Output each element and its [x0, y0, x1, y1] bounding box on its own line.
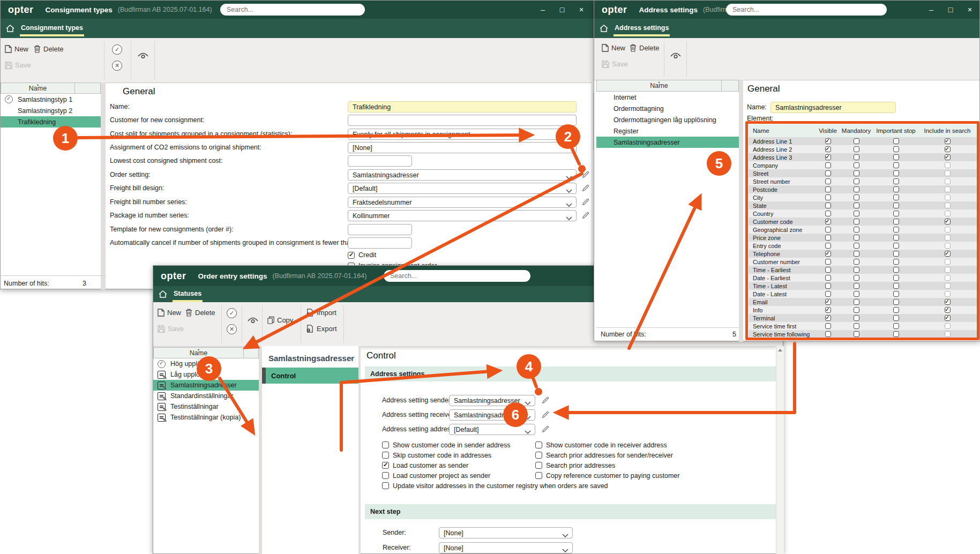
- import-button[interactable]: Import: [306, 309, 336, 317]
- list-item[interactable]: Internet: [596, 92, 739, 103]
- search-input[interactable]: [384, 270, 530, 282]
- tab-address-settings[interactable]: Address settings: [615, 24, 669, 33]
- new-button[interactable]: New: [602, 44, 625, 52]
- minimize-button[interactable]: –: [535, 5, 550, 14]
- new-button[interactable]: New: [158, 309, 181, 317]
- lowest-cost-field[interactable]: [348, 155, 412, 167]
- cancel-icon[interactable]: ✕: [227, 324, 237, 334]
- new-button[interactable]: New: [5, 45, 28, 53]
- home-icon[interactable]: [159, 290, 167, 298]
- edit-pencil-icon[interactable]: [582, 198, 589, 206]
- order-setting-select[interactable]: Samlastningsadresser: [348, 169, 577, 181]
- home-icon[interactable]: [600, 25, 608, 32]
- form-title: General: [123, 86, 155, 97]
- home-icon[interactable]: [6, 25, 14, 32]
- window-controls: – □ ×: [535, 1, 589, 19]
- chevron-down-icon: [566, 187, 572, 194]
- list-item[interactable]: Testinställningar (kopia): [153, 412, 259, 423]
- delete-button[interactable]: Delete: [34, 45, 64, 53]
- checkbox-option[interactable]: Show customer code in receiver address: [535, 440, 679, 450]
- cost-split-field[interactable]: Evenly for all shipments in consignment: [348, 129, 577, 140]
- list-item[interactable]: Register: [596, 125, 739, 137]
- titlebar[interactable]: opter Address settings (Budfirman AB 202…: [594, 1, 979, 19]
- list-item-icon: [158, 371, 166, 379]
- checkbox-option[interactable]: Search prior addresses: [535, 460, 679, 470]
- close-button[interactable]: ×: [962, 5, 977, 14]
- window-title: Address settings: [639, 6, 698, 14]
- address-setting-address-list-select[interactable]: [Default]: [449, 424, 535, 435]
- hits-value: 3: [65, 280, 86, 287]
- list-item[interactable]: Samlastningstyp 2: [1, 105, 101, 116]
- list-header[interactable]: ▲Name: [1, 83, 101, 94]
- titlebar[interactable]: opter Consignment types (Budfirman AB 20…: [1, 1, 599, 19]
- package-id-series-select[interactable]: Kollinummer: [348, 210, 577, 221]
- trash-icon: [34, 45, 41, 53]
- name-field[interactable]: Trafikledning: [348, 101, 577, 113]
- next-step-sender-select[interactable]: [None]: [439, 527, 573, 538]
- checkbox-option[interactable]: Search prior addresses for sender/receiv…: [535, 450, 679, 460]
- eye-icon[interactable]: [670, 52, 681, 62]
- list-item[interactable]: Samlastningstyp 1: [1, 94, 101, 105]
- list-item-icon: [158, 360, 166, 368]
- confirm-icon[interactable]: ✓: [112, 44, 122, 55]
- next-step-receiver-select[interactable]: [None]: [439, 542, 573, 553]
- edit-pencil-icon[interactable]: [582, 171, 589, 178]
- checkbox-option[interactable]: Update visitor addresses in the customer…: [382, 481, 608, 491]
- tab-consignment-types[interactable]: Consignment types: [21, 24, 83, 33]
- search-input[interactable]: [220, 4, 365, 16]
- tab-statuses[interactable]: Statuses: [174, 290, 201, 298]
- confirm-icon[interactable]: ✓: [227, 308, 237, 318]
- section-next-step: Next step: [365, 504, 776, 519]
- edit-pencil-icon[interactable]: [582, 212, 589, 219]
- template-field[interactable]: [348, 224, 412, 235]
- copy-button[interactable]: Copy: [267, 316, 293, 324]
- edit-pencil-icon[interactable]: [542, 425, 549, 433]
- credit-checkbox[interactable]: Credit: [348, 251, 376, 259]
- list-item[interactable]: Standardinställningar: [153, 391, 259, 401]
- list-item[interactable]: Samlastningsadresser: [596, 137, 739, 148]
- search-input[interactable]: [726, 4, 887, 16]
- field-label: Address setting receiver:: [382, 411, 456, 418]
- eye-icon[interactable]: [248, 317, 258, 326]
- list-item[interactable]: Trafikledning: [1, 116, 101, 128]
- customer-field[interactable]: [348, 115, 577, 126]
- cancel-icon[interactable]: ✕: [112, 61, 122, 71]
- export-button[interactable]: Export: [306, 325, 337, 333]
- edit-pencil-icon[interactable]: [542, 411, 549, 418]
- name-field[interactable]: Samlastningsadresser: [770, 102, 896, 113]
- edit-pencil-icon[interactable]: [542, 396, 549, 404]
- export-icon: [306, 325, 314, 333]
- edit-pencil-icon[interactable]: [582, 184, 589, 192]
- collapse-chevron-icon[interactable]: ‹: [350, 353, 353, 364]
- opter-logo: opter: [602, 4, 627, 16]
- minimize-button[interactable]: –: [924, 5, 939, 14]
- eye-icon[interactable]: [138, 52, 148, 62]
- sort-asc-icon: ▲: [36, 83, 40, 86]
- auto-cancel-field[interactable]: [348, 237, 412, 249]
- field-label: Package id number series:: [110, 212, 189, 219]
- subnav-item[interactable]: Control: [262, 368, 358, 384]
- save-button[interactable]: Save: [5, 61, 31, 69]
- maximize-button[interactable]: □: [555, 5, 570, 14]
- freight-bill-design-select[interactable]: [Default]: [348, 183, 577, 194]
- save-button[interactable]: Save: [158, 325, 184, 333]
- close-button[interactable]: ×: [574, 5, 589, 14]
- save-button[interactable]: Save: [602, 60, 628, 68]
- list-item[interactable]: Ordermottagningen låg upplösning: [596, 114, 739, 125]
- vertical-scrollbar[interactable]: [776, 346, 784, 554]
- freight-bill-series-select[interactable]: Fraktsedelsnummer: [348, 197, 577, 208]
- list-item[interactable]: Ordermottagning: [596, 103, 739, 114]
- delete-button[interactable]: Delete: [185, 309, 215, 317]
- save-icon: [5, 62, 12, 69]
- list-item[interactable]: Testinställningar: [153, 401, 259, 412]
- delete-button[interactable]: Delete: [630, 44, 660, 52]
- list-header[interactable]: ▲Name: [596, 80, 739, 92]
- field-label: Address setting sender:: [382, 396, 452, 404]
- list-item[interactable]: Samlastningsadresser: [153, 380, 259, 391]
- new-doc-icon: [158, 309, 164, 317]
- co2-field[interactable]: [None]: [348, 142, 577, 153]
- maximize-button[interactable]: □: [943, 5, 958, 14]
- new-doc-icon: [602, 44, 609, 52]
- field-label: Sender:: [383, 529, 406, 536]
- checkbox-option[interactable]: Copy reference customer to paying custom…: [535, 470, 679, 481]
